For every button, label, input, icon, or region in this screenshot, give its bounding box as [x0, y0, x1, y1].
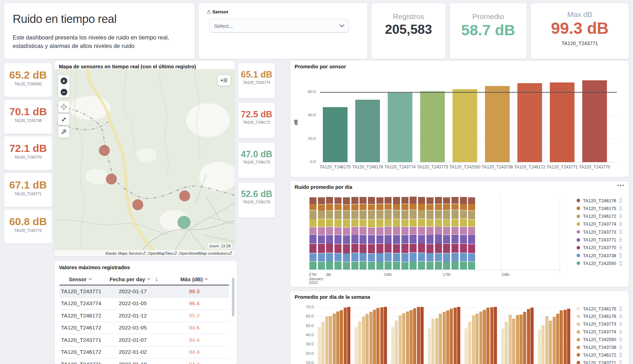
stacked-bar-segment: [359, 210, 367, 219]
stacked-bar-segment: [443, 253, 450, 262]
legend-item[interactable]: TA120_T246175: [577, 306, 622, 311]
legend-detail-icon[interactable]: [620, 238, 622, 242]
stacked-bar-segment: [443, 262, 450, 270]
column-header-fecha[interactable]: Fecha per day ↓: [110, 276, 170, 282]
stacked-bar-segment: [368, 197, 375, 204]
legend-item[interactable]: TA120_T242550: [577, 260, 622, 266]
legend-item[interactable]: TA120_T243774: [577, 221, 622, 227]
sensor-card: 70.1 dBTA120_T243738: [4, 100, 52, 134]
attribution-link[interactable]: OpenStreetMap contributors: [179, 251, 232, 255]
legend-detail-icon[interactable]: [620, 353, 622, 357]
attribution-link[interactable]: Elastic Maps Service: [105, 251, 145, 255]
legend-item[interactable]: TA120_T246176: [577, 198, 622, 203]
map-locate-button[interactable]: [58, 101, 69, 112]
legend-detail-icon[interactable]: [620, 345, 622, 350]
table-row[interactable]: TA120_T2437712022-01-1799.3: [60, 285, 229, 298]
legend-item[interactable]: TA120_T246172: [577, 214, 622, 219]
map[interactable]: zoom: 13.28 Elastic Maps Service, OpenMa…: [55, 69, 235, 256]
legend-color-dot: [577, 346, 580, 349]
stacked-bar-segment: [401, 227, 408, 235]
sensor-map-marker[interactable]: [178, 216, 191, 229]
table-row[interactable]: TA120_T2461722022-01-1295.3: [60, 310, 229, 322]
legend-detail-icon[interactable]: [620, 253, 622, 258]
legend-detail-icon[interactable]: [620, 198, 622, 203]
attribution-link[interactable]: OpenMapTiles: [148, 251, 177, 255]
map-fullscreen-button[interactable]: [58, 114, 69, 125]
legend-detail-icon[interactable]: [620, 230, 622, 234]
legend-detail-icon[interactable]: [620, 246, 622, 250]
sensor-map-marker[interactable]: [106, 174, 117, 185]
bar: [517, 83, 542, 162]
table-row[interactable]: TA120_T2437742022-01-0596.4: [60, 298, 229, 310]
legend-detail-icon[interactable]: [620, 360, 622, 364]
sensor-map-marker[interactable]: [133, 199, 143, 210]
y-tick-label: 60.0: [302, 90, 316, 94]
axis-tick-mark: [325, 270, 325, 272]
table-scrollbar[interactable]: [232, 278, 234, 316]
legend-detail-icon[interactable]: [620, 261, 622, 265]
stacked-bar-segment: [359, 253, 367, 261]
legend-item[interactable]: TA120_T242550: [577, 337, 622, 343]
grouped-bar: [380, 307, 383, 364]
legend-label: TA120_T243771: [583, 360, 617, 364]
legend-item[interactable]: TA120_T243773: [577, 321, 622, 327]
legend-detail-icon[interactable]: [620, 322, 622, 326]
table-row[interactable]: TA120_T2461722022-01-0594.6: [60, 322, 229, 334]
legend-item[interactable]: TA120_T243770: [577, 245, 622, 251]
stacked-bar-segment: [309, 235, 316, 243]
legend-item[interactable]: TA120_T243738: [577, 253, 622, 258]
grouped-bar: [395, 321, 398, 364]
stacked-bar-segment: [435, 235, 442, 243]
reference-line-60: [320, 92, 617, 93]
legend-item[interactable]: TA120_T246176: [577, 314, 622, 319]
legend-detail-icon[interactable]: [620, 206, 622, 210]
table-row[interactable]: TA120_T2437712022-01-0794.4: [60, 334, 229, 346]
legend-item[interactable]: TA120_T243771: [577, 237, 622, 243]
legend-item[interactable]: TA120_T243773: [577, 229, 622, 235]
stacked-bar-segment: [393, 210, 400, 219]
sensor-filter-label: Sensor: [213, 9, 229, 14]
legend-item[interactable]: TA120_T243771: [577, 360, 622, 364]
column-header-max[interactable]: Máx (dB): [170, 276, 219, 282]
legend-detail-icon[interactable]: [620, 330, 622, 334]
sensor-map-marker[interactable]: [99, 145, 110, 156]
chart1-title: Promedio por sensor: [290, 61, 629, 69]
layers-panel-toggle-icon[interactable]: [218, 75, 231, 86]
legend-label: TA120_T246176: [583, 198, 617, 203]
stacked-bar-segment: [385, 204, 392, 210]
sort-desc-icon[interactable]: ↓: [155, 276, 158, 282]
cell-fecha: 2022-01-19: [110, 361, 170, 364]
legend-item[interactable]: TA120_T246172: [577, 352, 622, 358]
column-header-sensor[interactable]: Sensor: [60, 276, 110, 282]
legend-detail-icon[interactable]: [620, 338, 622, 342]
stacked-bar-segment: [368, 204, 375, 210]
legend-detail-icon[interactable]: [620, 307, 622, 311]
sensor-card-sensor: TA120_T246172: [238, 120, 275, 124]
table-body: TA120_T2437712022-01-1799.3TA120_T243774…: [60, 285, 229, 364]
map-zoom-in-button[interactable]: +: [58, 75, 69, 86]
legend-item[interactable]: TA120_T243774: [577, 329, 622, 335]
grouped-bar: [501, 328, 504, 364]
y-tick-label: 30.0: [300, 342, 314, 346]
stacked-bar-segment: [426, 253, 434, 261]
stacked-bar-segment: [451, 227, 459, 234]
sensor-select[interactable]: Select...: [209, 19, 349, 33]
cell-max: 94.4: [170, 337, 219, 343]
stacked-bar-segment: [309, 204, 316, 210]
stacked-bar-segment: [401, 244, 408, 253]
stacked-bar-segment: [359, 244, 367, 253]
panel-menu-icon[interactable]: [617, 185, 624, 186]
stacked-bar-segment: [426, 220, 434, 227]
table-row[interactable]: TA120_T2461722022-01-0294.4: [60, 346, 229, 359]
legend-detail-icon[interactable]: [620, 214, 622, 218]
map-zoom-out-button[interactable]: −: [58, 86, 69, 98]
wrench-icon[interactable]: [58, 127, 69, 138]
legend-detail-icon[interactable]: [620, 314, 622, 319]
legend-item[interactable]: TA120_T243738: [577, 345, 622, 350]
legend-item[interactable]: TA120_T246175: [577, 205, 622, 211]
sensor-card-sensor: TA120_T242550: [4, 82, 52, 86]
legend-color-dot: [577, 361, 580, 364]
table-row[interactable]: TA120_T2437712022-01-1994.3: [60, 358, 229, 364]
sensor-map-marker[interactable]: [179, 191, 190, 202]
legend-detail-icon[interactable]: [620, 222, 622, 226]
